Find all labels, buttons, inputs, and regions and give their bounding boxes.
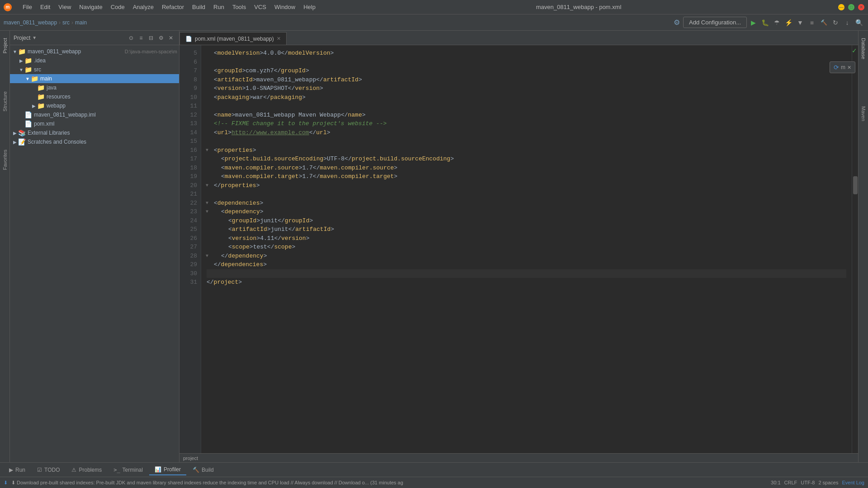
bottom-tab-terminal[interactable]: >_ Terminal [108, 465, 148, 475]
stop-button[interactable]: ■ [807, 17, 817, 28]
fold-20-icon[interactable]: ▼ [206, 182, 208, 189]
menu-navigate[interactable]: Navigate [75, 2, 106, 12]
sidebar-tab-favorites[interactable]: Favorites [1, 146, 9, 174]
run-button[interactable]: ▶ [748, 17, 759, 28]
event-log-label[interactable]: Event Log [842, 480, 864, 485]
maven-popup-close-icon[interactable]: ✕ [847, 65, 851, 70]
root-label: maven_0811_webapp [28, 48, 123, 55]
fold-28-icon[interactable]: ▼ [206, 253, 208, 259]
src-expand-icon[interactable]: ▼ [18, 66, 24, 73]
panel-dropdown-icon[interactable]: ▼ [32, 35, 37, 40]
left-sidebar: Project Structure Favorites [0, 31, 10, 462]
settings-run-button[interactable]: ▼ [795, 17, 806, 28]
tab-pom-xml[interactable]: 📄 pom.xml (maven_0811_webapp) ✕ [179, 32, 287, 45]
root-expand-icon[interactable]: ▼ [12, 48, 18, 55]
coverage-button[interactable]: ☂ [771, 17, 782, 28]
breadcrumb-src[interactable]: src [62, 19, 70, 26]
tree-item-resources[interactable]: 📁 resources [10, 92, 179, 101]
sidebar-tab-database[interactable]: Database [860, 34, 867, 63]
close-button[interactable]: ✕ [858, 4, 864, 10]
search-everywhere-button[interactable]: 🔍 [854, 17, 864, 28]
project-folder-icon: 📁 [18, 48, 26, 55]
bottom-tab-todo[interactable]: ☑ TODO [32, 465, 65, 475]
menu-help[interactable]: Help [300, 2, 319, 12]
fold-23-icon[interactable]: ▼ [206, 208, 208, 215]
bottom-toolbar: ▶ Run ☑ TODO ⚠ Problems >_ Terminal 📊 Pr… [0, 462, 868, 477]
tree-item-iml[interactable]: 📄 maven_0811_webapp.iml [10, 110, 179, 119]
maximize-button[interactable]: □ [848, 4, 854, 10]
editor-scrollbar[interactable] [853, 176, 858, 194]
rerun-button[interactable]: ↻ [830, 17, 841, 28]
sidebar-tab-maven[interactable]: Maven [860, 103, 867, 125]
menu-file[interactable]: File [19, 2, 36, 12]
code-line-12: <name>maven_0811_webapp Maven Webapp</na… [207, 111, 846, 120]
menu-code[interactable]: Code [107, 2, 128, 12]
sidebar-tab-project[interactable]: Project [1, 34, 9, 57]
profiler-tab-label: Profiler [164, 466, 181, 473]
bottom-tab-build[interactable]: 🔨 Build [187, 465, 219, 475]
tree-item-main[interactable]: ▼ 📁 main [10, 74, 179, 83]
build-tab-icon: 🔨 [193, 467, 199, 473]
tree-item-pom[interactable]: 📄 pom.xml [10, 119, 179, 128]
window-title: maven_0811_webapp - pom.xml [536, 4, 622, 10]
tree-root[interactable]: ▼ 📁 maven_0811_webapp D:\java-maven-spac… [10, 47, 179, 56]
idea-expand-icon[interactable]: ▶ [18, 57, 24, 64]
code-line-21 [207, 190, 846, 199]
main-expand-icon[interactable]: ▼ [24, 75, 31, 82]
bottom-tab-profiler[interactable]: 📊 Profiler [149, 465, 186, 475]
breadcrumb-project[interactable]: maven_0811_webapp [4, 19, 57, 26]
collapse-all-icon[interactable]: ⊟ [146, 33, 156, 42]
menu-build[interactable]: Build [189, 2, 209, 12]
java-expand-icon[interactable] [31, 84, 37, 91]
add-configuration-button[interactable]: Add Configuration... [683, 17, 747, 28]
bottom-tab-run[interactable]: ▶ Run [4, 465, 31, 475]
line-numbers: 5 6 7 8 9 10 11 12 13 14 15 16 17 18 19 … [179, 45, 201, 453]
menu-vcs[interactable]: VCS [250, 2, 270, 12]
panel-header: Project ▼ ⊙ ≡ ⊟ ⚙ ✕ [10, 31, 179, 45]
menu-view[interactable]: View [55, 2, 75, 12]
code-line-31: </project> [207, 278, 846, 287]
scratches-icon: 📝 [18, 138, 26, 145]
resources-expand-icon[interactable] [31, 94, 37, 100]
run-tab-icon: ▶ [9, 467, 13, 473]
code-editor[interactable]: <modelVersion>4.0.0</modelVersion> <grou… [201, 45, 852, 453]
todo-tab-label: TODO [44, 467, 60, 473]
code-line-14: <url>http://www.example.com</url> [207, 128, 846, 137]
tree-item-webapp[interactable]: ▶ 📁 webapp [10, 101, 179, 110]
iml-no-expand [18, 112, 24, 118]
scratches-expand-icon[interactable]: ▶ [12, 139, 18, 145]
code-line-19: <maven.compiler.target>1.7</maven.compil… [207, 172, 846, 181]
tree-item-idea[interactable]: ▶ 📁 .idea [10, 56, 179, 65]
menu-tools[interactable]: Tools [229, 2, 250, 12]
menu-refactor[interactable]: Refactor [158, 2, 188, 12]
bottom-tab-problems[interactable]: ⚠ Problems [66, 465, 107, 475]
tree-item-java[interactable]: 📁 java [10, 83, 179, 92]
menu-run[interactable]: Run [210, 2, 228, 12]
fold-22-icon[interactable]: ▼ [206, 200, 208, 206]
locate-file-icon[interactable]: ⊙ [127, 33, 136, 42]
update-button[interactable]: ↓ [842, 17, 853, 28]
menu-edit[interactable]: Edit [37, 2, 54, 12]
minimize-button[interactable]: — [838, 4, 844, 10]
webapp-expand-icon[interactable]: ▶ [31, 103, 37, 109]
fold-16-icon[interactable]: ▼ [206, 147, 208, 154]
breadcrumb-main[interactable]: main [75, 19, 87, 26]
debug-button[interactable]: 🐛 [760, 17, 770, 28]
iml-file-icon: 📄 [24, 111, 32, 118]
tab-close-icon[interactable]: ✕ [277, 36, 281, 42]
tree-item-src[interactable]: ▼ 📁 src [10, 65, 179, 74]
menu-analyze[interactable]: Analyze [129, 2, 157, 12]
menu-window[interactable]: Window [271, 2, 299, 12]
tree-item-ext-libs[interactable]: ▶ 📚 External Libraries [10, 128, 179, 137]
tree-item-scratches[interactable]: ▶ 📝 Scratches and Consoles [10, 137, 179, 146]
expand-all-icon[interactable]: ≡ [137, 33, 146, 42]
sidebar-tab-structure[interactable]: Structure [1, 88, 9, 115]
panel-settings-icon[interactable]: ⚙ [156, 33, 165, 42]
cursor-position: 30:1 [771, 480, 780, 485]
app-logo: m [4, 3, 12, 11]
close-panel-icon[interactable]: ✕ [166, 33, 175, 42]
panel-title: Project ▼ [14, 35, 37, 41]
profile-run-button[interactable]: ⚡ [783, 17, 794, 28]
ext-libs-expand-icon[interactable]: ▶ [12, 130, 18, 136]
build-project-button[interactable]: 🔨 [818, 17, 829, 28]
